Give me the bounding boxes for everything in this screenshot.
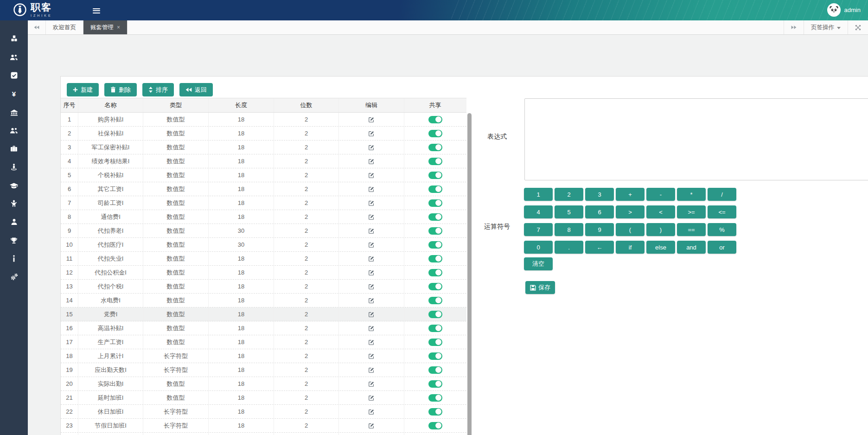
sidebar-item-6[interactable] [0, 122, 28, 140]
edit-row-button[interactable] [367, 213, 376, 221]
table-row[interactable]: 5 个税补贴I 数值型 18 2 [61, 168, 466, 182]
edit-row-button[interactable] [367, 157, 376, 166]
edit-row-button[interactable] [367, 366, 376, 374]
share-toggle[interactable] [428, 269, 442, 276]
operator-button[interactable]: - [646, 188, 675, 201]
operator-button[interactable]: 7 [524, 223, 553, 236]
table-row[interactable]: 14 水电费I 数值型 18 2 [61, 294, 466, 307]
share-toggle[interactable] [428, 116, 442, 123]
save-button[interactable]: 保存 [525, 281, 555, 294]
edit-row-button[interactable] [367, 324, 376, 333]
share-toggle[interactable] [428, 227, 442, 235]
share-toggle[interactable] [428, 199, 442, 207]
table-row[interactable]: 17 生产工资I 数值型 18 2 [61, 335, 466, 349]
operator-button[interactable]: if [616, 241, 645, 254]
table-row[interactable]: 18 上月累计I 长字符型 18 2 [61, 349, 466, 363]
table-row[interactable]: 11 代扣失业I 数值型 18 2 [61, 252, 466, 266]
tab-actions-dropdown[interactable]: 页签操作 [804, 20, 848, 34]
share-toggle[interactable] [428, 366, 442, 374]
expression-textarea[interactable] [524, 98, 868, 180]
share-toggle[interactable] [428, 283, 442, 290]
table-row[interactable]: 1 购房补贴I 数值型 18 2 [61, 113, 466, 127]
table-row[interactable]: 6 其它工资I 数值型 18 2 [61, 182, 466, 196]
share-toggle[interactable] [428, 297, 442, 304]
clear-button[interactable]: 清空 [524, 257, 553, 270]
tabs-scroll-left-button[interactable] [28, 20, 46, 34]
share-toggle[interactable] [428, 352, 442, 360]
table-row[interactable]: 22 休日加班I 长字符型 18 2 [61, 405, 466, 419]
sort-button[interactable]: 排序 [142, 83, 174, 96]
table-row[interactable]: 10 代扣医疗I 数值型 30 2 [61, 238, 466, 252]
edit-row-button[interactable] [367, 296, 376, 305]
sidebar-item-13[interactable] [0, 249, 28, 268]
table-row[interactable]: 4 绩效考核结果I 数值型 18 2 [61, 154, 466, 168]
table-row[interactable]: 21 延时加班I 数值型 18 2 [61, 391, 466, 405]
edit-row-button[interactable] [367, 310, 376, 319]
share-toggle[interactable] [428, 213, 442, 221]
share-toggle[interactable] [428, 408, 442, 416]
back-button[interactable]: 返回 [179, 83, 213, 96]
edit-row-button[interactable] [367, 115, 376, 124]
operator-button[interactable]: 8 [555, 223, 583, 236]
menu-toggle-icon[interactable] [93, 7, 100, 14]
operator-button[interactable]: and [677, 241, 706, 254]
edit-row-button[interactable] [367, 380, 376, 388]
sidebar-item-2[interactable] [0, 48, 28, 67]
operator-button[interactable]: > [616, 205, 645, 218]
share-toggle[interactable] [428, 158, 442, 165]
table-row[interactable]: 20 实际出勤I 数值型 18 2 [61, 377, 466, 391]
share-toggle[interactable] [428, 394, 442, 402]
table-row[interactable]: 9 代扣养老I 数值型 30 2 [61, 224, 466, 238]
operator-button[interactable]: 9 [585, 223, 614, 236]
operator-button[interactable]: else [646, 241, 675, 254]
edit-row-button[interactable] [367, 282, 376, 291]
edit-row-button[interactable] [367, 143, 376, 152]
table-row[interactable]: 19 应出勤天数I 长字符型 18 2 [61, 363, 466, 377]
table-row[interactable]: 16 高温补贴I 数值型 18 2 [61, 321, 466, 335]
operator-button[interactable]: >= [677, 205, 706, 218]
edit-row-button[interactable] [367, 408, 376, 416]
operator-button[interactable]: 1 [524, 188, 553, 201]
operator-button[interactable]: 5 [555, 205, 583, 218]
operator-button[interactable]: < [646, 205, 675, 218]
table-row[interactable]: 8 通信费I 数值型 18 2 [61, 210, 466, 224]
tab-welcome[interactable]: 欢迎首页 [46, 20, 83, 34]
share-toggle[interactable] [428, 186, 442, 193]
share-toggle[interactable] [428, 339, 442, 346]
operator-button[interactable]: 3 [585, 188, 614, 201]
edit-row-button[interactable] [367, 227, 376, 235]
share-toggle[interactable] [428, 241, 442, 249]
new-button[interactable]: 新建 [67, 83, 99, 96]
operator-button[interactable]: ( [616, 223, 645, 236]
edit-row-button[interactable] [367, 422, 376, 430]
edit-row-button[interactable] [367, 171, 376, 179]
operator-button[interactable]: ) [646, 223, 675, 236]
delete-button[interactable]: 删除 [104, 83, 137, 96]
edit-row-button[interactable] [367, 185, 376, 193]
operator-button[interactable]: . [555, 241, 583, 254]
operator-button[interactable]: 4 [524, 205, 553, 218]
operator-button[interactable]: ← [585, 241, 614, 254]
operator-button[interactable]: * [677, 188, 706, 201]
operator-button[interactable]: 2 [555, 188, 583, 201]
operator-button[interactable]: == [677, 223, 706, 236]
operator-button[interactable]: 6 [585, 205, 614, 218]
fullscreen-button[interactable] [848, 20, 868, 34]
share-toggle[interactable] [428, 311, 442, 318]
edit-row-button[interactable] [367, 241, 376, 249]
edit-row-button[interactable] [367, 255, 376, 263]
share-toggle[interactable] [428, 380, 442, 388]
operator-button[interactable]: % [708, 223, 736, 236]
table-vertical-scrollbar[interactable] [467, 113, 472, 435]
operator-button[interactable]: 0 [524, 241, 553, 254]
sidebar-item-9[interactable] [0, 176, 28, 195]
operator-button[interactable]: + [616, 188, 645, 201]
sidebar-item-10[interactable] [0, 195, 28, 213]
table-row[interactable]: 15 党费I 数值型 18 2 [61, 307, 466, 321]
share-toggle[interactable] [428, 255, 442, 262]
tab-close-icon[interactable]: × [117, 25, 120, 30]
tab-account-set[interactable]: 账套管理 × [83, 20, 128, 34]
sidebar-item-14[interactable] [0, 268, 28, 287]
table-row[interactable]: 24 有薪假I 长字符型 18 2 [61, 433, 466, 435]
edit-row-button[interactable] [367, 338, 376, 346]
